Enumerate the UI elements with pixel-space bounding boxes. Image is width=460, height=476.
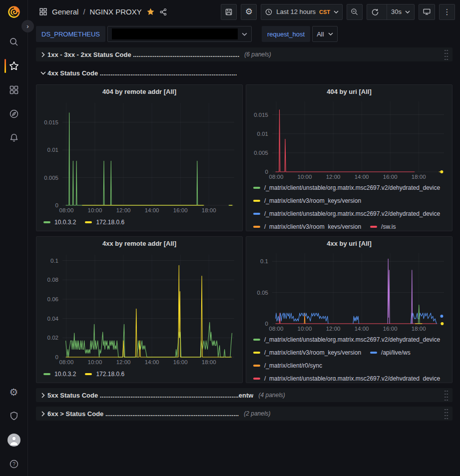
svg-text:12:00: 12:00 (326, 174, 341, 180)
sidebar-item-dashboards[interactable] (0, 78, 28, 102)
legend-item[interactable]: /sw.js (370, 220, 396, 229)
sidebar-nav (0, 30, 28, 150)
datasource-label[interactable]: DS_PROMETHEUS (36, 26, 105, 42)
sidebar-item-help[interactable]: ? (0, 452, 28, 476)
bell-icon (9, 133, 19, 143)
timeseries-chart[interactable]: 08:0010:0012:0014:0016:0018:0000.0050.01… (250, 97, 448, 180)
favorite-star-icon[interactable] (146, 7, 155, 16)
legend-item[interactable]: /_matrix/client/v3/room_keys/version (253, 194, 361, 207)
legend-swatch (85, 373, 92, 375)
svg-text:0: 0 (265, 321, 268, 327)
legend-label: /_matrix/client/v3/room_keys/version (264, 349, 361, 356)
save-dashboard-button[interactable] (221, 4, 237, 20)
legend-label: /_matrix/client/v3/room_keys/version (264, 223, 361, 229)
svg-text:0.06: 0.06 (47, 296, 58, 302)
legend-swatch (253, 378, 260, 380)
legend-item[interactable]: /_matrix/client/unstable/org.matrix.msc2… (253, 181, 440, 194)
sidebar-item-profile[interactable] (0, 428, 28, 452)
row-1xx-3xx-2xx[interactable]: 1xx - 3xx - 2xx Status Code ............… (36, 47, 453, 61)
dashboard-title[interactable]: NGINX PROXY (90, 7, 142, 16)
legend-item[interactable]: 10.0.3.2 (43, 216, 76, 229)
svg-text:0.02: 0.02 (47, 335, 58, 341)
timeseries-chart[interactable]: 08:0010:0012:0014:0016:0018:0000.0050.01… (40, 99, 238, 214)
row-4xx[interactable]: 4xx Status Code ........................… (36, 66, 453, 80)
sidebar-item-alerting[interactable] (0, 126, 28, 150)
variables-bar: DS_PROMETHEUS request_host All (28, 23, 460, 44)
tv-mode-button[interactable] (419, 4, 435, 20)
row-drag-handle[interactable] (444, 408, 449, 420)
legend-swatch (253, 187, 260, 189)
legend-swatch (253, 200, 260, 202)
legend-item[interactable]: /_matrix/client/unstable/org.matrix.msc2… (253, 333, 440, 346)
legend-item[interactable]: /_matrix/client/r0/sync (253, 359, 322, 372)
sidebar-item-explore[interactable] (0, 102, 28, 126)
panel-title[interactable]: 404 by uri [All] (250, 85, 448, 97)
row-6xx[interactable]: 6xx > Status Code ......................… (36, 407, 453, 421)
row-drag-handle[interactable] (444, 49, 449, 60)
dashboard-settings-button[interactable]: ⚙ (241, 4, 257, 20)
panel-404-by-remote-addr: 404 by remote addr [All] 08:0010:0012:00… (36, 84, 243, 231)
refresh-button[interactable] (367, 4, 383, 19)
legend-item[interactable]: 172.18.0.6 (85, 216, 124, 229)
search-icon (9, 37, 19, 47)
save-icon (225, 8, 233, 16)
breadcrumb-section[interactable]: General (52, 7, 78, 16)
request-host-label[interactable]: request_host (262, 26, 310, 42)
row-drag-handle[interactable] (444, 390, 449, 401)
sidebar-expand-button[interactable]: › (21, 20, 34, 32)
kebab-menu-button[interactable]: ⋮ (439, 4, 455, 20)
legend-item[interactable]: /_matrix/client/unstable/org.matrix.msc2… (253, 372, 440, 381)
legend-item[interactable]: 10.0.3.2 (43, 368, 76, 381)
svg-text:0.005: 0.005 (254, 150, 268, 156)
svg-text:10:00: 10:00 (88, 207, 102, 213)
toolbar-actions: ⚙ Last 12 hours CST (221, 4, 455, 20)
svg-text:16:00: 16:00 (383, 174, 398, 180)
sidebar-bottom-nav: ⚙ ? (0, 380, 28, 476)
svg-text:08:00: 08:00 (269, 326, 284, 332)
legend-item[interactable]: /_matrix/client/v3/room_keys/version (253, 346, 361, 359)
panel-title[interactable]: 4xx by remote addr [All] (40, 237, 238, 251)
row-title: 5xx Status Code ........................… (47, 392, 253, 399)
svg-text:0.015: 0.015 (44, 119, 58, 125)
legend-item[interactable]: /_matrix/client/v3/room_keys/version (253, 220, 361, 229)
panel-title[interactable]: 4xx by uri [All] (250, 237, 448, 249)
sidebar-item-search[interactable] (0, 30, 28, 54)
chevron-down-icon (328, 32, 333, 35)
row-5xx[interactable]: 5xx Status Code ........................… (36, 388, 453, 402)
legend-item[interactable]: /_matrix/client/unstable/org.matrix.msc2… (253, 207, 440, 220)
svg-text:14:00: 14:00 (145, 207, 159, 213)
svg-text:0.005: 0.005 (44, 175, 58, 181)
refresh-picker[interactable]: 30s (367, 4, 415, 20)
datasource-dropdown[interactable] (107, 26, 252, 42)
legend-swatch (253, 226, 260, 228)
request-host-dropdown[interactable]: All (312, 26, 337, 42)
active-indicator (4, 59, 6, 73)
legend-item[interactable]: 172.18.0.6 (85, 368, 124, 381)
refresh-interval-dropdown[interactable]: 30s (387, 4, 414, 19)
svg-text:08:00: 08:00 (269, 174, 284, 180)
dashboards-grid-icon (9, 85, 19, 95)
legend-item[interactable]: /api/live/ws (370, 346, 411, 359)
timeseries-chart[interactable]: 08:0010:0012:0014:0016:0018:0000.020.040… (40, 251, 238, 366)
chart-legend: /_matrix/client/unstable/org.matrix.msc2… (250, 333, 448, 381)
row-panel-count: (6 panels) (244, 51, 271, 58)
refresh-icon (371, 8, 379, 16)
help-icon: ? (9, 459, 19, 469)
svg-text:18:00: 18:00 (202, 359, 216, 365)
timeseries-chart[interactable]: 08:0010:0012:0014:0016:0018:0000.050.1 (250, 249, 448, 332)
share-icon[interactable] (159, 8, 167, 16)
svg-text:0.1: 0.1 (50, 258, 58, 264)
svg-text:0.01: 0.01 (47, 147, 58, 153)
timezone-label: CST (319, 9, 330, 15)
sidebar-item-starred[interactable] (0, 54, 28, 78)
zoom-out-time-button[interactable] (347, 4, 363, 20)
chart-legend: 10.0.3.2172.18.0.6 (40, 216, 238, 229)
time-range-picker[interactable]: Last 12 hours CST (261, 4, 343, 20)
row-title: 1xx - 3xx - 2xx Status Code ............… (47, 51, 239, 58)
time-range-label: Last 12 hours (276, 8, 316, 15)
grafana-logo-icon[interactable] (6, 4, 21, 19)
sidebar-item-server-admin[interactable] (0, 404, 28, 428)
sidebar-item-configuration[interactable]: ⚙ (0, 380, 28, 404)
panel-title[interactable]: 404 by remote addr [All] (40, 85, 238, 99)
chart-svg: 08:0010:0012:0014:0016:0018:0000.0050.01… (250, 97, 448, 180)
